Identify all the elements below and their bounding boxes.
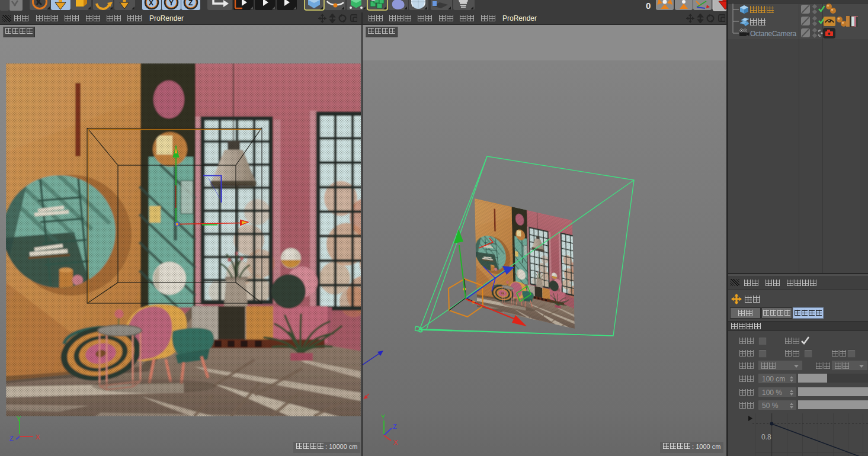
svg-text:X: X [393, 439, 398, 446]
svg-text:Z: Z [393, 423, 397, 430]
svg-text:Y: Y [169, 0, 174, 7]
svg-text:0.8: 0.8 [761, 433, 771, 441]
svg-text:X: X [36, 433, 40, 441]
svg-text:0: 0 [646, 1, 651, 11]
svg-text:X: X [149, 0, 153, 7]
svg-text:Y: Y [381, 413, 386, 420]
svg-text:Z: Z [188, 0, 193, 7]
svg-text:Z: Z [9, 435, 14, 442]
svg-text:Y: Y [17, 415, 21, 422]
